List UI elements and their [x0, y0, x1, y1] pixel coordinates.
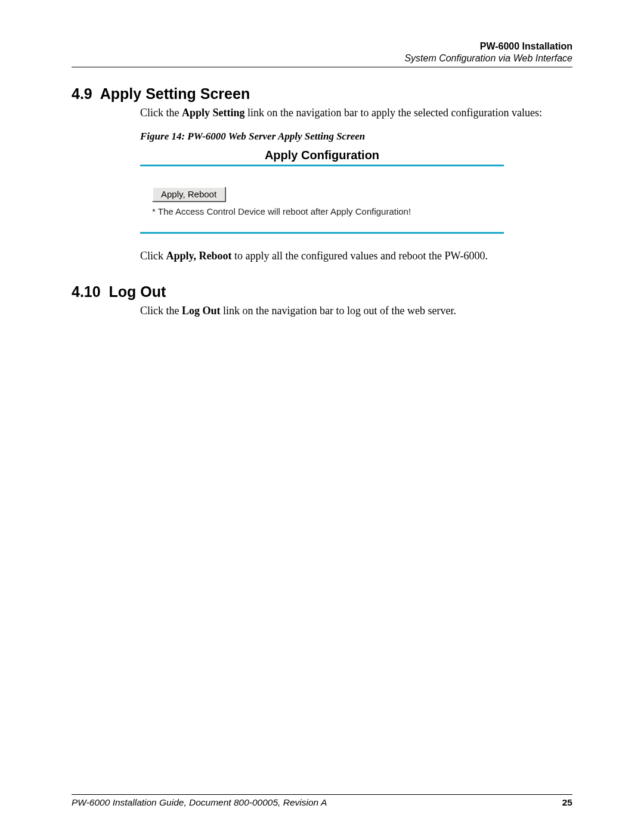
apply-config-figure: Apply Configuration Apply, Reboot * The … [140, 148, 504, 234]
text: to apply all the configured values and r… [232, 250, 488, 262]
figure-caption: Figure 14: PW-6000 Web Server Apply Sett… [140, 131, 572, 143]
reboot-note: * The Access Control Device will reboot … [152, 206, 492, 216]
footer-line: PW-6000 Installation Guide, Document 800… [72, 797, 572, 808]
apply-reboot-button[interactable]: Apply, Reboot [152, 187, 225, 202]
apply-reboot-bold: Apply, Reboot [166, 250, 232, 262]
section1-para2: Click Apply, Reboot to apply all the con… [140, 249, 572, 263]
section-title: Log Out [109, 283, 166, 300]
text: Click the [140, 107, 182, 119]
section1-body: Click the Apply Setting link on the navi… [140, 106, 572, 263]
footer-text: PW-6000 Installation Guide, Document 800… [72, 797, 327, 808]
section-title: Apply Setting Screen [100, 85, 250, 102]
logout-bold: Log Out [182, 305, 221, 317]
apply-config-title: Apply Configuration [140, 148, 504, 162]
section2-para1: Click the Log Out link on the navigation… [140, 304, 572, 318]
header-rule [72, 67, 572, 67]
section-number: 4.10 [72, 283, 101, 300]
header-subtitle: System Configuration via Web Interface [72, 52, 572, 64]
page: PW-6000 Installation System Configuratio… [0, 0, 644, 833]
apply-setting-bold: Apply Setting [182, 107, 245, 119]
figure-bottom-rule [140, 232, 504, 234]
header-title: PW-6000 Installation [72, 41, 572, 52]
text: Click the [140, 305, 182, 317]
figure-body: Apply, Reboot * The Access Control Devic… [140, 166, 504, 226]
section-heading-logout: 4.10 Log Out [72, 283, 572, 301]
section-number: 4.9 [72, 85, 92, 102]
page-header: PW-6000 Installation System Configuratio… [72, 41, 572, 64]
section2-body: Click the Log Out link on the navigation… [140, 304, 572, 318]
text: link on the navigation bar to log out of… [221, 305, 456, 317]
section1-para1: Click the Apply Setting link on the navi… [140, 106, 572, 120]
text: Click [140, 250, 166, 262]
footer-page-number: 25 [562, 797, 572, 808]
section-heading-apply-setting: 4.9 Apply Setting Screen [72, 85, 572, 103]
footer-rule [72, 794, 572, 795]
page-footer: PW-6000 Installation Guide, Document 800… [72, 794, 572, 808]
text: link on the navigation bar to apply the … [245, 107, 542, 119]
